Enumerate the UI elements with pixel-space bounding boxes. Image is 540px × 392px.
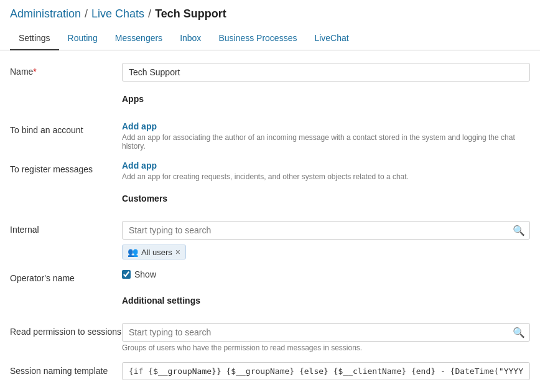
internal-search-input[interactable] [122, 221, 530, 240]
customers-heading-control: Customers [122, 191, 530, 211]
customers-spacer [10, 191, 122, 195]
operators-name-row: Operator's name Show [10, 269, 530, 283]
form-body: Name* Apps To bind an account Add app Ad… [0, 50, 540, 392]
breadcrumb-sep2: / [148, 7, 151, 21]
internal-control: 🔍 👥 All users × [122, 221, 530, 259]
internal-label: Internal [10, 221, 122, 235]
apps-spacer [10, 91, 122, 95]
breadcrumb-sep1: / [85, 7, 88, 21]
session-naming-label: Session naming template [10, 362, 122, 376]
session-naming-input[interactable] [122, 362, 530, 380]
internal-search-wrapper: 🔍 [122, 221, 530, 240]
apps-heading-control: Apps [122, 91, 530, 111]
operators-name-label: Operator's name [10, 269, 122, 283]
read-permission-search-wrapper: 🔍 [122, 323, 530, 342]
read-permission-search-input[interactable] [122, 323, 530, 342]
bind-account-add-app-link[interactable]: Add app [122, 121, 157, 131]
additional-heading-control: Additional settings [122, 293, 530, 313]
additional-spacer [10, 293, 122, 297]
operators-name-checkbox-row: Show [122, 269, 530, 279]
read-permission-control: 🔍 Groups of users who have the permissio… [122, 323, 530, 352]
tag-remove-button[interactable]: × [175, 248, 180, 256]
tag-label: All users [141, 248, 172, 257]
tab-business-processes[interactable]: Business Processes [210, 27, 305, 50]
additional-section-heading: Additional settings [122, 296, 530, 306]
bind-account-control: Add app Add an app for associating the a… [122, 121, 530, 151]
tab-livechat[interactable]: LiveChat [305, 27, 357, 50]
register-messages-hint: Add an app for creating requests, incide… [122, 172, 530, 181]
operators-name-show-label: Show [134, 269, 156, 279]
register-messages-control: Add app Add an app for creating requests… [122, 161, 530, 181]
read-permission-search-icon: 🔍 [513, 327, 525, 338]
session-naming-control [122, 362, 530, 380]
breadcrumb-admin[interactable]: Administration [10, 7, 81, 21]
breadcrumb-current: Tech Support [155, 7, 226, 21]
users-icon: 👥 [128, 247, 138, 257]
tabs-bar: Settings Routing Messengers Inbox Busine… [0, 27, 540, 50]
tab-inbox[interactable]: Inbox [171, 27, 210, 50]
internal-tags: 👥 All users × [122, 245, 530, 259]
operators-name-checkbox[interactable] [122, 270, 131, 279]
bind-account-hint: Add an app for associating the author of… [122, 133, 530, 151]
tab-messengers[interactable]: Messengers [106, 27, 171, 50]
internal-search-icon: 🔍 [513, 225, 525, 236]
required-star: * [33, 67, 36, 77]
breadcrumb: Administration / Live Chats / Tech Suppo… [0, 0, 540, 27]
read-permission-label: Read permission to sessions [10, 323, 122, 337]
tab-routing[interactable]: Routing [59, 27, 106, 50]
name-row: Name* [10, 63, 530, 82]
read-permission-hint: Groups of users who have the permission … [122, 343, 530, 352]
operators-name-control: Show [122, 269, 530, 279]
bind-account-row: To bind an account Add app Add an app fo… [10, 121, 530, 151]
name-label: Name* [10, 63, 122, 77]
customers-section-heading: Customers [122, 194, 530, 203]
register-messages-label: To register messages [10, 161, 122, 174]
read-permission-row: Read permission to sessions 🔍 Groups of … [10, 323, 530, 352]
tab-settings[interactable]: Settings [10, 27, 59, 50]
session-naming-row: Session naming template [10, 362, 530, 380]
bind-account-label: To bind an account [10, 121, 122, 135]
breadcrumb-live-chats[interactable]: Live Chats [91, 7, 144, 21]
register-messages-add-app-link[interactable]: Add app [122, 161, 157, 170]
apps-section-heading: Apps [122, 94, 530, 104]
all-users-tag: 👥 All users × [122, 245, 186, 259]
internal-row: Internal 🔍 👥 All users × [10, 221, 530, 259]
register-messages-row: To register messages Add app Add an app … [10, 161, 530, 181]
name-input[interactable] [122, 63, 530, 82]
additional-section-row: Additional settings [10, 293, 530, 313]
customers-section-row: Customers [10, 191, 530, 211]
name-control [122, 63, 530, 82]
apps-section-row: Apps [10, 91, 530, 111]
